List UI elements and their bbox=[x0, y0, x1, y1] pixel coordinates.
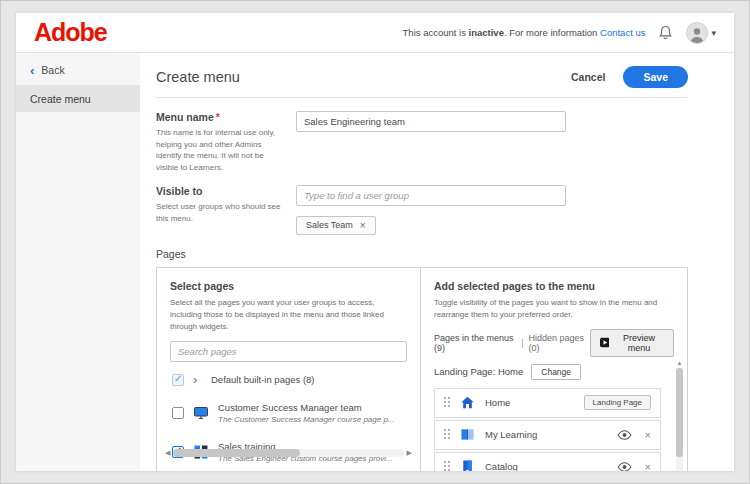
visible-to-label: Visible to bbox=[156, 185, 286, 197]
save-button[interactable]: Save bbox=[623, 66, 688, 88]
adobe-logo: Adobe bbox=[34, 18, 107, 47]
item-label: Customer Success Manager team bbox=[218, 402, 395, 413]
search-pages-input[interactable] bbox=[170, 341, 407, 362]
user-group-tag: Sales Team × bbox=[296, 216, 376, 235]
scroll-left-icon[interactable]: ◀ bbox=[165, 449, 170, 457]
menu-row-catalog: Catalog × bbox=[434, 452, 661, 471]
menu-row-label: Catalog bbox=[485, 461, 518, 471]
menu-pages-column: Add selected pages to the menu Toggle vi… bbox=[421, 268, 687, 471]
tag-remove-icon[interactable]: × bbox=[360, 220, 366, 231]
sidebar: ‹ Back Create menu bbox=[16, 53, 140, 471]
menu-name-label: Menu name* bbox=[156, 111, 286, 123]
user-menu[interactable]: ▾ bbox=[686, 22, 716, 44]
visibility-eye-icon[interactable] bbox=[617, 461, 632, 471]
drag-handle-icon[interactable] bbox=[444, 461, 451, 471]
list-item-default-pages: › Default built-in pages (8) bbox=[170, 366, 407, 394]
drag-handle-icon[interactable] bbox=[444, 429, 451, 440]
notice-inactive: inactive bbox=[469, 27, 504, 38]
select-pages-description: Select all the pages you want your user … bbox=[170, 297, 407, 333]
account-notice: This account is inactive. For more infor… bbox=[403, 27, 646, 38]
scrollbar-track[interactable] bbox=[676, 368, 683, 471]
menu-name-row: Menu name* This name is for internal use… bbox=[156, 111, 688, 173]
menu-name-input[interactable] bbox=[296, 111, 566, 132]
hidden-pages-count[interactable]: Hidden pages (0) bbox=[529, 333, 590, 353]
drag-handle-icon[interactable] bbox=[444, 397, 451, 408]
change-landing-button[interactable]: Change bbox=[531, 364, 581, 380]
play-icon bbox=[600, 337, 610, 348]
scroll-up-icon[interactable]: ▲ bbox=[677, 360, 683, 366]
list-item-csm-team: Customer Success Manager team The Custom… bbox=[170, 394, 407, 433]
checkbox-csm-team[interactable] bbox=[172, 407, 184, 419]
landing-page-badge: Landing Page bbox=[584, 395, 651, 410]
my-learning-icon bbox=[460, 427, 476, 443]
scrollbar-thumb[interactable] bbox=[173, 449, 300, 457]
menu-column-description: Toggle visibility of the pages you want … bbox=[434, 297, 674, 321]
top-header: Adobe This account is inactive. For more… bbox=[16, 13, 734, 53]
landing-page-label: Landing Page: Home bbox=[434, 366, 523, 377]
avatar bbox=[686, 22, 708, 44]
meta-separator: | bbox=[521, 338, 523, 348]
expand-chevron-icon[interactable]: › bbox=[193, 375, 202, 385]
home-icon bbox=[460, 395, 476, 411]
menu-row-label: My Learning bbox=[485, 429, 537, 440]
menu-row-home: Home Landing Page bbox=[434, 388, 661, 418]
sidebar-item-create-menu[interactable]: Create menu bbox=[16, 86, 140, 112]
preview-menu-button[interactable]: Preview menu bbox=[590, 329, 675, 357]
tag-label: Sales Team bbox=[306, 220, 353, 230]
app-window: Adobe This account is inactive. For more… bbox=[16, 13, 734, 471]
back-label: Back bbox=[41, 64, 64, 76]
menu-name-help: This name is for internal use only, help… bbox=[156, 127, 286, 173]
remove-row-icon[interactable]: × bbox=[645, 429, 651, 441]
scrollbar-thumb[interactable] bbox=[676, 368, 683, 457]
main-content: Create menu Cancel Save Menu name* This … bbox=[140, 53, 734, 471]
select-pages-column: Select pages Select all the pages you wa… bbox=[157, 268, 421, 471]
user-group-input[interactable] bbox=[296, 185, 566, 206]
cancel-button[interactable]: Cancel bbox=[571, 71, 605, 83]
visible-to-help: Select user groups who should see this m… bbox=[156, 201, 286, 224]
menu-row-label: Home bbox=[485, 397, 510, 408]
scroll-right-icon[interactable]: ▶ bbox=[407, 449, 412, 457]
horizontal-scrollbar: ◀ ▶ bbox=[165, 448, 412, 458]
notice-text: This account is bbox=[403, 27, 469, 38]
item-subtitle: The Customer Success Manager course page… bbox=[218, 415, 395, 425]
pages-section-label: Pages bbox=[156, 248, 688, 260]
menu-row-my-learning: My Learning × bbox=[434, 420, 661, 450]
chevron-down-icon: ▾ bbox=[711, 28, 716, 38]
item-label: Default built-in pages (8) bbox=[211, 374, 315, 385]
visible-to-row: Visible to Select user groups who should… bbox=[156, 185, 688, 235]
notice-text-2: . For more information bbox=[504, 27, 600, 38]
pages-in-menu-count[interactable]: Pages in the menus (9) bbox=[434, 333, 516, 353]
title-divider bbox=[156, 97, 688, 98]
contact-us-link[interactable]: Contact us bbox=[600, 27, 645, 38]
remove-row-icon[interactable]: × bbox=[645, 461, 651, 471]
catalog-icon bbox=[460, 459, 476, 471]
scrollbar-track[interactable] bbox=[173, 449, 403, 457]
required-asterisk: * bbox=[216, 111, 220, 123]
page-title: Create menu bbox=[156, 69, 240, 85]
back-button[interactable]: ‹ Back bbox=[16, 53, 140, 86]
select-pages-title: Select pages bbox=[170, 280, 407, 292]
menu-rows-list: Home Landing Page My Learning bbox=[434, 388, 661, 471]
monitor-icon bbox=[193, 405, 209, 421]
menu-column-title: Add selected pages to the menu bbox=[434, 280, 674, 292]
vertical-scrollbar: ▲ bbox=[675, 360, 684, 471]
bell-icon[interactable] bbox=[658, 25, 673, 41]
visibility-eye-icon[interactable] bbox=[617, 429, 632, 441]
back-chevron-icon: ‹ bbox=[30, 66, 34, 75]
pages-panel: Select pages Select all the pages you wa… bbox=[156, 267, 688, 471]
checkbox-default-pages[interactable] bbox=[172, 374, 184, 386]
